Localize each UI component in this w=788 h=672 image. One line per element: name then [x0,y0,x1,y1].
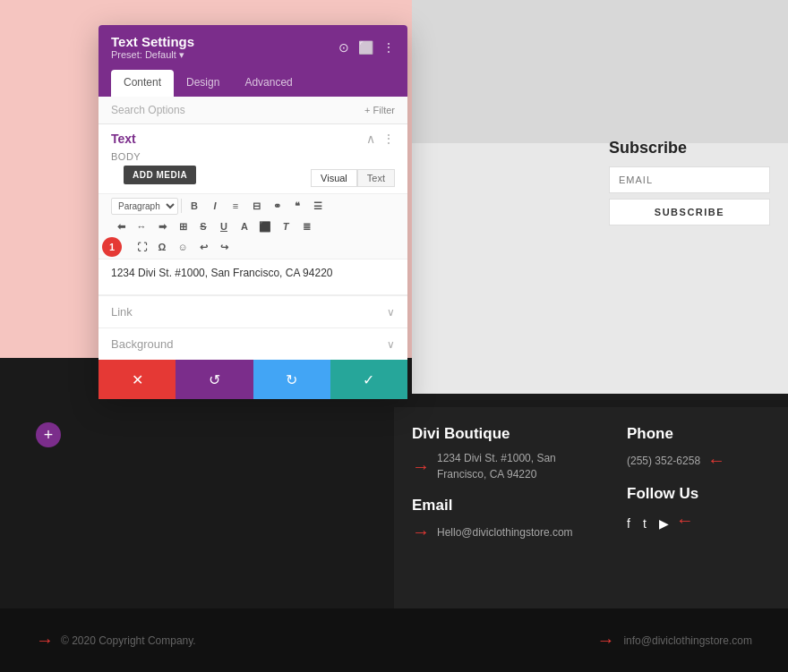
toolbar-row-1: Paragraph B I ≡ ⊟ ⚭ ❝ ☰ [111,196,395,216]
tab-advanced[interactable]: Advanced [232,70,304,97]
tab-design[interactable]: Design [174,70,232,97]
boutique-title: Divi Boutique [412,425,591,443]
toolbar-row-2: ⬅ ↔ ➡ ⊞ S U A ⬛ T ≣ [111,217,395,236]
more-icon[interactable]: ⋮ [382,40,395,55]
align-full-button[interactable]: ☰ [308,196,328,216]
undo-toolbar-button[interactable]: ↩ [193,237,213,257]
text-section-header: Text ∧ ⋮ [98,124,407,149]
modal-header-icons: ⊙ ⬜ ⋮ [338,40,395,55]
align-center-button[interactable]: ↔ [132,217,151,236]
arrow-social-icon: ← [676,510,694,531]
modal-tabs: Content Design Advanced [98,70,407,97]
settings-icon[interactable]: ⊙ [338,40,349,55]
paragraph-select[interactable]: Paragraph [111,198,178,215]
background-section[interactable]: Background ∨ [98,327,407,360]
text-color-button[interactable]: A [235,217,254,236]
modal-panel: Text Settings Preset: Default ▾ ⊙ ⬜ ⋮ Co… [98,25,407,399]
email-input[interactable] [609,166,770,193]
email-address: Hello@diviclothingstore.com [437,524,573,540]
step-indicator: 1 [102,237,122,257]
section-more-icon[interactable]: ⋮ [382,132,395,146]
link-section[interactable]: Link ∨ [98,295,407,327]
editor-text: 1234 Divi St. #1000, San Francisco, CA 9… [111,267,395,279]
youtube-icon[interactable]: ▶ [659,516,669,531]
phone-number: (255) 352-6258 [627,453,700,469]
ordered-list-button[interactable]: ⊟ [246,196,266,216]
visual-view-button[interactable]: Visual [311,169,357,187]
follow-title: Follow Us [627,485,770,503]
cancel-button[interactable]: ✕ [98,360,176,399]
background-label: Background [111,337,173,351]
editor-content[interactable]: 1234 Divi St. #1000, San Francisco, CA 9… [98,259,407,295]
phone-title: Phone [627,425,770,443]
blockquote-button[interactable]: ❝ [287,196,307,216]
expand-icon[interactable]: ⬜ [358,40,373,55]
arrow-phone-icon: ← [707,450,725,471]
link-chevron-icon: ∨ [387,306,395,319]
boutique-col: Divi Boutique → 1234 Divi St. #1000, San… [412,425,591,591]
tab-content[interactable]: Content [111,70,174,97]
confirm-button[interactable]: ✓ [330,360,407,399]
custom2-button[interactable]: ≣ [296,217,316,236]
arrow-email-icon: → [412,522,430,542]
italic-button[interactable]: I [205,196,225,216]
align-right-button[interactable]: ➡ [152,217,172,236]
footer-content: Divi Boutique → 1234 Divi St. #1000, San… [394,407,788,608]
redo-button[interactable]: ↻ [253,360,330,399]
view-toggle: Visual Text [311,169,395,187]
link-button[interactable]: ⚭ [267,196,287,216]
redo-toolbar-button[interactable]: ↪ [214,237,234,257]
subscribe-panel: Subscribe SUBSCRIBE [609,139,770,225]
undo-button[interactable]: ↺ [176,360,253,399]
copyright-row: → © 2020 Copyright Company. [36,630,196,651]
social-row: f t ▶ ← [627,510,770,531]
strikethrough-button[interactable]: S [193,217,213,236]
bold-button[interactable]: B [184,196,204,216]
social-icons: f t ▶ [627,516,669,531]
facebook-icon[interactable]: f [627,516,630,531]
email-title: Email [412,497,591,515]
emoji-button[interactable]: ☺ [173,237,193,257]
custom1-button[interactable]: T [276,217,296,236]
chevron-up-icon[interactable]: ∧ [366,132,375,146]
contact-email: info@diviclothingstore.com [623,634,752,647]
toolbar-row-3: 1 ⛶ Ω ☺ ↩ ↪ [111,237,395,257]
follow-block: Follow Us f t ▶ ← [627,485,770,531]
highlight-button[interactable]: ⬛ [255,217,275,236]
link-label: Link [111,305,133,319]
arrow-copyright-icon: → [36,630,54,651]
add-media-button[interactable]: ADD MEDIA [124,166,196,184]
plus-button[interactable]: + [36,422,61,447]
modal-preset[interactable]: Preset: Default ▾ [111,49,194,61]
unordered-list-button[interactable]: ≡ [226,196,245,216]
text-section-title: Text [111,132,136,146]
table-button[interactable]: ⊞ [173,217,193,236]
modal-title: Text Settings [111,34,194,49]
toolbar-sep-1 [181,199,182,213]
copyright-text: © 2020 Copyright Company. [61,634,196,647]
modal-title-block: Text Settings Preset: Default ▾ [111,34,194,61]
background-chevron-icon: ∨ [387,338,395,351]
bg-top-right [412,0,788,143]
fullscreen-button[interactable]: ⛶ [132,237,151,257]
editor-toolbar: Paragraph B I ≡ ⊟ ⚭ ❝ ☰ ⬅ ↔ ➡ ⊞ S U A ⬛ … [98,193,407,259]
filter-button[interactable]: + Filter [364,105,395,115]
phone-col: Phone (255) 352-6258 ← Follow Us f t ▶ ← [627,425,770,591]
search-input[interactable]: Search Options [111,104,364,116]
text-view-button[interactable]: Text [357,169,395,187]
arrow-contact-icon: → [596,630,614,651]
align-left-button[interactable]: ⬅ [111,217,131,236]
special-char-button[interactable]: Ω [152,237,172,257]
contact-row: → info@diviclothingstore.com [596,630,752,651]
twitter-icon[interactable]: t [643,516,647,531]
email-row: → Hello@diviclothingstore.com [412,522,591,542]
action-bar: ✕ ↺ ↻ ✓ [98,360,407,399]
arrow-boutique-icon: → [412,456,430,477]
subscribe-button[interactable]: SUBSCRIBE [609,199,770,225]
underline-button[interactable]: U [214,217,234,236]
boutique-address: 1234 Divi St. #1000, San Francisco, CA 9… [437,450,591,482]
phone-row: (255) 352-6258 ← [627,450,770,471]
section-header-icons: ∧ ⋮ [366,132,395,146]
boutique-address-row: → 1234 Divi St. #1000, San Francisco, CA… [412,450,591,482]
modal-header: Text Settings Preset: Default ▾ ⊙ ⬜ ⋮ [98,25,407,70]
